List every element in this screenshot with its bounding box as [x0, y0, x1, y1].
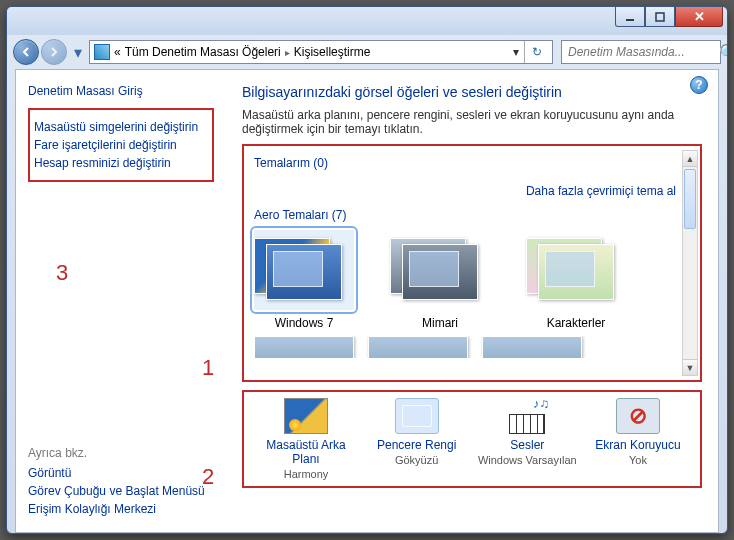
theme-next-row-peek — [254, 336, 680, 358]
see-also-group: Ayrıca bkz. Görüntü Görev Çubuğu ve Başl… — [28, 446, 214, 520]
sounds-button[interactable]: Sesler Windows Varsayılan — [473, 398, 581, 480]
see-also-title: Ayrıca bkz. — [28, 446, 214, 460]
page-title: Bilgisayarınızdaki görsel öğeleri ve ses… — [242, 84, 702, 100]
theme-label: Mimari — [422, 316, 458, 330]
address-bar[interactable]: « Tüm Denetim Masası Öğeleri ▸ Kişiselle… — [89, 40, 553, 64]
minimize-button[interactable] — [615, 7, 645, 27]
address-dropdown[interactable]: ▾ — [508, 45, 524, 59]
close-button[interactable]: ✕ — [675, 7, 723, 27]
themes-scrollbar[interactable]: ▲ ▼ — [682, 150, 698, 376]
annotation-1: 1 — [202, 355, 214, 381]
back-button[interactable] — [13, 39, 39, 65]
get-more-themes-link[interactable]: Daha fazla çevrimiçi tema al — [526, 184, 676, 198]
search-icon[interactable]: 🔍 — [719, 43, 728, 62]
main-panel: ? Bilgisayarınızdaki görsel öğeleri ve s… — [226, 70, 718, 532]
setting-label: Ekran Koruyucu — [584, 438, 692, 452]
theme-architecture[interactable]: Mimari — [390, 230, 490, 330]
breadcrumb-parent[interactable]: Tüm Denetim Masası Öğeleri — [125, 45, 281, 59]
scroll-down-button[interactable]: ▼ — [683, 359, 697, 375]
my-themes-heading: Temalarım (0) — [254, 156, 680, 170]
maximize-button[interactable] — [645, 7, 675, 27]
theme-row: Windows 7 Mimari Karakterler — [254, 230, 680, 330]
titlebar: ✕ — [7, 7, 727, 35]
settings-row: Masaüstü Arka Planı Harmony Pencere Reng… — [242, 390, 702, 488]
control-panel-home-link[interactable]: Denetim Masası Giriş — [28, 84, 214, 98]
task-account-picture[interactable]: Hesap resminizi değiştirin — [34, 156, 208, 170]
svg-rect-1 — [656, 13, 664, 21]
setting-label: Sesler — [473, 438, 581, 452]
search-input[interactable] — [568, 45, 719, 59]
forward-button[interactable] — [41, 39, 67, 65]
content-area: Denetim Masası Giriş Masaüstü simgelerin… — [15, 69, 719, 533]
themes-panel: Temalarım (0) Daha fazla çevrimiçi tema … — [242, 144, 702, 382]
screensaver-icon — [616, 398, 660, 434]
window-color-button[interactable]: Pencere Rengi Gökyüzü — [363, 398, 471, 480]
breadcrumb-root: « — [114, 45, 121, 59]
setting-value: Yok — [584, 454, 692, 466]
screensaver-button[interactable]: Ekran Koruyucu Yok — [584, 398, 692, 480]
see-also-display[interactable]: Görüntü — [28, 466, 214, 480]
search-box[interactable]: 🔍 — [561, 40, 721, 64]
page-subtitle: Masaüstü arka planını, pencere rengini, … — [242, 108, 702, 136]
window-color-icon — [395, 398, 439, 434]
scroll-up-button[interactable]: ▲ — [683, 151, 697, 167]
sounds-icon — [505, 398, 549, 434]
setting-value: Windows Varsayılan — [473, 454, 581, 466]
annotation-3: 3 — [56, 260, 68, 286]
refresh-button[interactable]: ↻ — [524, 41, 548, 63]
scroll-thumb[interactable] — [684, 169, 696, 229]
theme-characters[interactable]: Karakterler — [526, 230, 626, 330]
theme-windows7[interactable]: Windows 7 — [254, 230, 354, 330]
task-mouse-pointers[interactable]: Fare işaretçilerini değiştirin — [34, 138, 208, 152]
chevron-right-icon: ▸ — [285, 47, 290, 58]
control-panel-icon — [94, 44, 110, 60]
theme-label: Karakterler — [547, 316, 606, 330]
setting-value: Gökyüzü — [363, 454, 471, 466]
personalization-window: ✕ ▾ « Tüm Denetim Masası Öğeleri ▸ Kişis… — [6, 6, 728, 534]
setting-value: Harmony — [252, 468, 360, 480]
aero-themes-heading: Aero Temaları (7) — [254, 208, 680, 222]
setting-label: Masaüstü Arka Planı — [252, 438, 360, 466]
nav-toolbar: ▾ « Tüm Denetim Masası Öğeleri ▸ Kişisel… — [7, 35, 727, 69]
history-dropdown[interactable]: ▾ — [71, 42, 85, 62]
tasks-group: Masaüstü simgelerini değiştirin Fare işa… — [28, 108, 214, 182]
breadcrumb-current[interactable]: Kişiselleştirme — [294, 45, 371, 59]
sidebar: Denetim Masası Giriş Masaüstü simgelerin… — [16, 70, 226, 532]
task-desktop-icons[interactable]: Masaüstü simgelerini değiştirin — [34, 120, 208, 134]
see-also-ease[interactable]: Erişim Kolaylığı Merkezi — [28, 502, 214, 516]
desktop-background-button[interactable]: Masaüstü Arka Planı Harmony — [252, 398, 360, 480]
setting-label: Pencere Rengi — [363, 438, 471, 452]
theme-label: Windows 7 — [275, 316, 334, 330]
window-controls: ✕ — [615, 7, 723, 27]
help-button[interactable]: ? — [690, 76, 708, 94]
see-also-taskbar[interactable]: Görev Çubuğu ve Başlat Menüsü — [28, 484, 214, 498]
wallpaper-icon — [284, 398, 328, 434]
